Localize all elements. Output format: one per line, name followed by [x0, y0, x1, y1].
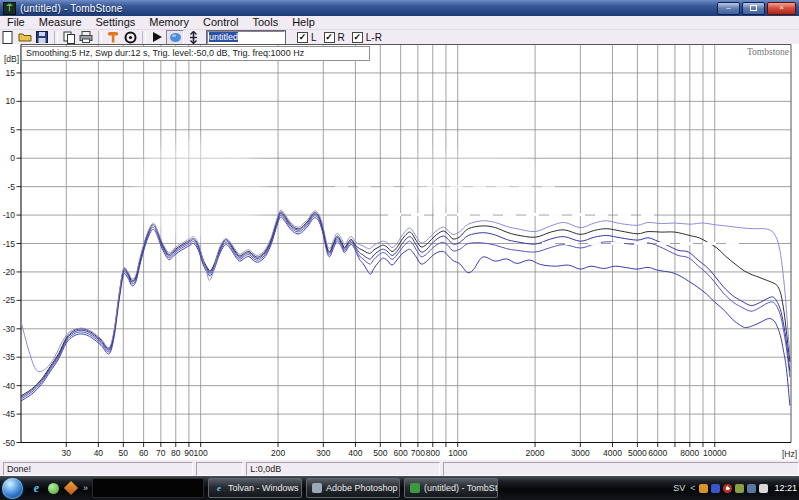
y-tick-label: 0 — [10, 153, 15, 163]
ie-icon: e — [214, 483, 224, 493]
save-button[interactable] — [34, 30, 50, 44]
title-bar[interactable]: ⍑ (untitled) - TombStone – × — [0, 0, 799, 16]
status-pane-cursor-level: L:0,0dB — [246, 462, 440, 476]
save-floppy-icon — [36, 31, 48, 43]
record-level-button[interactable] — [122, 30, 138, 44]
volume-tray-icon[interactable] — [759, 484, 768, 493]
task-button-3[interactable]: (untitled) - TombSt... — [404, 478, 498, 498]
y-tick-label: -45 — [3, 409, 16, 419]
filename-input[interactable]: untitled — [207, 31, 285, 44]
menu-item-memory[interactable]: Memory — [142, 16, 196, 29]
y-tick-label: -20 — [3, 267, 16, 277]
chart-plot-area[interactable]: 3040506070809010020030040050060070080010… — [0, 44, 799, 459]
minimize-button[interactable]: – — [717, 2, 740, 15]
y-tick-label: 10 — [6, 96, 16, 106]
tray-expand-arrow[interactable]: < — [690, 483, 695, 493]
probe-mode-button[interactable] — [166, 30, 184, 45]
x-tick-label: 50 — [119, 448, 129, 458]
menu-item-measure[interactable]: Measure — [32, 16, 89, 29]
run-measurement-button[interactable] — [149, 30, 165, 44]
x-tick-label: 1000 — [448, 448, 467, 458]
network-tray-icon[interactable] — [747, 484, 756, 493]
measurement-info-box: Smoothing:5 Hz, Swp dur:12 s, Trig. leve… — [21, 46, 370, 61]
measurement-chart[interactable]: 3040506070809010020030040050060070080010… — [0, 44, 799, 459]
x-tick-label: 80 — [171, 448, 181, 458]
x-tick-label: 2000 — [526, 448, 545, 458]
channel-checkbox-l-r[interactable]: ✓L-R — [352, 32, 382, 43]
db-unit-label: [dB] — [4, 54, 19, 64]
x-tick-label: 300 — [316, 448, 330, 458]
open-file-button[interactable] — [17, 30, 33, 44]
x-tick-label: 100 — [194, 448, 208, 458]
checkbox-check-icon: ✓ — [297, 32, 308, 43]
menu-bar: FileMeasureSettingsMemoryControlToolsHel… — [0, 16, 799, 30]
windows-taskbar: e » eTolvan - Windows L...Adobe Photosho… — [0, 476, 799, 500]
x-tick-label: 700 — [411, 448, 425, 458]
red-ring-tray-icon[interactable] — [723, 484, 732, 493]
status-pane-state: Done! — [3, 462, 193, 476]
y-tick-label: -40 — [3, 381, 16, 391]
menu-item-file[interactable]: File — [0, 16, 32, 29]
menu-item-tools[interactable]: Tools — [245, 16, 285, 29]
x-tick-label: 8000 — [680, 448, 699, 458]
window-title: (untitled) - TombStone — [20, 3, 123, 14]
task-button-2[interactable]: Adobe Photoshop — [306, 478, 400, 498]
language-indicator[interactable]: SV — [673, 483, 685, 493]
checkbox-label: L-R — [366, 32, 382, 43]
taskbar-clock[interactable]: 12:21 — [774, 483, 797, 493]
maximize-button[interactable] — [742, 2, 765, 15]
close-button[interactable]: × — [767, 2, 796, 15]
task-button-label: (untitled) - TombSt... — [424, 483, 498, 493]
task-button-redacted[interactable] — [92, 478, 204, 498]
y-tick-label: -50 — [3, 438, 16, 448]
task-button-label: Adobe Photoshop — [326, 483, 398, 493]
checkbox-check-icon: ✓ — [352, 32, 363, 43]
channel-checkbox-l[interactable]: ✓L — [297, 32, 317, 43]
y-tick-label: -10 — [3, 210, 16, 220]
quicklaunch-ie-icon[interactable]: e — [30, 482, 43, 495]
copy-button[interactable] — [61, 30, 77, 44]
y-tick-label: 5 — [10, 125, 15, 135]
menu-item-help[interactable]: Help — [285, 16, 322, 29]
tombstone-watermark-label: Tombstone — [747, 47, 789, 57]
x-tick-label: 3000 — [571, 448, 590, 458]
marker-icon — [188, 31, 199, 44]
checkbox-label: L — [311, 32, 317, 43]
target-icon — [124, 31, 137, 44]
menu-item-settings[interactable]: Settings — [89, 16, 143, 29]
task-button-1[interactable]: eTolvan - Windows L... — [208, 478, 302, 498]
x-tick-label: 30 — [62, 448, 72, 458]
messenger-tray-icon[interactable] — [699, 484, 708, 493]
menu-item-control[interactable]: Control — [196, 16, 245, 29]
photoshop-icon — [312, 483, 322, 493]
toolbar-separator — [142, 31, 146, 44]
print-button[interactable] — [78, 30, 94, 44]
x-tick-label: 4000 — [603, 448, 622, 458]
status-pane-empty — [443, 462, 799, 476]
x-tick-label: 70 — [156, 448, 166, 458]
y-tick-label: -30 — [3, 324, 16, 334]
printer-icon — [79, 31, 93, 43]
new-file-button[interactable] — [0, 30, 16, 44]
toolbar-separator — [54, 31, 58, 44]
y-tick-label: -25 — [3, 295, 16, 305]
toolbar: untitled ✓L✓R✓L-R — [0, 30, 799, 44]
checkbox-check-icon: ✓ — [324, 32, 335, 43]
tone-generator-button[interactable] — [105, 30, 121, 44]
channel-checkboxes: ✓L✓R✓L-R — [297, 32, 382, 43]
x-tick-label: 500 — [373, 448, 387, 458]
toolbar-separator — [98, 31, 102, 44]
quicklaunch-green-app-icon[interactable] — [47, 482, 60, 495]
start-button[interactable] — [2, 478, 23, 499]
x-tick-label: 90 — [184, 448, 194, 458]
blue-app-tray-icon[interactable] — [711, 484, 720, 493]
x-tick-label: 10000 — [703, 448, 727, 458]
y-tick-label: -5 — [7, 182, 15, 192]
channel-checkbox-r[interactable]: ✓R — [324, 32, 345, 43]
probe-icon — [169, 32, 182, 43]
cursor-marker-button[interactable] — [185, 30, 201, 44]
quicklaunch-orange-app-icon[interactable] — [64, 482, 77, 495]
quicklaunch-overflow-chevron[interactable]: » — [83, 483, 88, 493]
x-tick-label: 800 — [426, 448, 440, 458]
update-tray-icon[interactable] — [735, 484, 744, 493]
